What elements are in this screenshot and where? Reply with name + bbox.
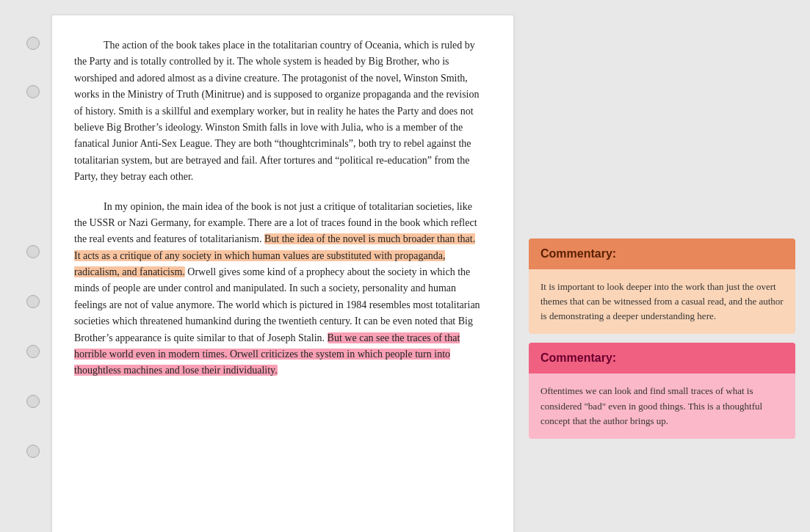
paragraph-1: The action of the book takes place in th… (74, 37, 484, 186)
radio-btn-6[interactable] (26, 395, 40, 408)
left-panel: The action of the book takes place in th… (15, 15, 514, 532)
commentary-body-1: It is important to look deeper into the … (529, 269, 795, 334)
radio-btn-3[interactable] (26, 245, 40, 258)
radio-btn-1[interactable] (26, 37, 40, 50)
paragraph-2: In my opinion, the main idea of the book… (74, 199, 484, 379)
document-card: The action of the book takes place in th… (51, 15, 514, 532)
paragraph2-after-highlight1: Orwell gives some kind of a prophecy abo… (74, 266, 480, 343)
radio-btn-5[interactable] (26, 345, 40, 358)
commentary-header-2: Commentary: (529, 343, 795, 374)
commentary-body-2: Oftentimes we can look and find small tr… (529, 374, 795, 438)
commentary-title-1: Commentary: (540, 247, 616, 260)
commentary-card-1: Commentary: It is important to look deep… (529, 238, 795, 334)
radio-btn-7[interactable] (26, 445, 40, 458)
radio-column (15, 15, 51, 532)
right-panel: Commentary: It is important to look deep… (529, 15, 795, 532)
radio-btn-4[interactable] (26, 295, 40, 308)
commentary-header-1: Commentary: (529, 238, 795, 269)
radio-btn-2[interactable] (26, 85, 40, 98)
main-container: The action of the book takes place in th… (15, 15, 795, 532)
commentary-title-2: Commentary: (540, 351, 616, 364)
commentary-card-2: Commentary: Oftentimes we can look and f… (529, 343, 795, 438)
